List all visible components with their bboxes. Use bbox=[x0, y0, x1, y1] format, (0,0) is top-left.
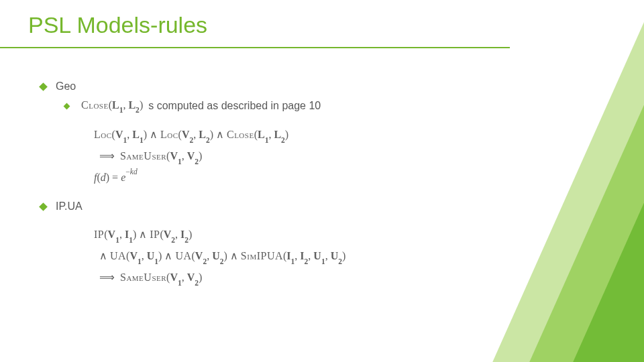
bullet-ipua: IP.UA IP(V1, I1) ∧ IP(V2, I2) ∧ UA(V1, U… bbox=[40, 200, 345, 289]
ipua-rule-formula: IP(V1, I1) ∧ IP(V2, I2) ∧ UA(V1, U1) ∧ U… bbox=[94, 225, 345, 289]
ipua-rule-line1: IP(V1, I1) ∧ IP(V2, I2) bbox=[94, 225, 345, 246]
slide: PSL Models-rules Geo Close(L1, L2) s com… bbox=[0, 0, 644, 362]
geo-fd: f(d) = e−kd bbox=[94, 168, 345, 188]
bullet-icon bbox=[39, 82, 48, 91]
geo-rule-formula: Loc(V1, L1) ∧ Loc(V2, L2) ∧ Close(L1, L2… bbox=[94, 125, 345, 188]
title-underline bbox=[0, 47, 510, 48]
bullet-geo: Geo Close(L1, L2) s computed as describe… bbox=[40, 80, 345, 188]
bullet-icon bbox=[39, 202, 48, 211]
ipua-rule-line2: ∧ UA(V1, U1) ∧ UA(V2, U2) ∧ SimIPUA(I1, … bbox=[94, 246, 345, 267]
slide-title: PSL Models-rules bbox=[28, 12, 207, 38]
bullet-icon bbox=[64, 103, 70, 109]
close-formula: Close(L1, L2) bbox=[81, 99, 143, 113]
bullet-geo-label: Geo bbox=[56, 80, 76, 93]
geo-rule-line2: ⟹ SameUser(V1, V2) bbox=[94, 146, 345, 168]
sub-bullet-close: Close(L1, L2) s computed as described in… bbox=[64, 99, 345, 113]
content-area: Geo Close(L1, L2) s computed as describe… bbox=[40, 80, 345, 301]
ipua-rule-line3: ⟹ SameUser(V1, V2) bbox=[94, 267, 345, 289]
close-note: s computed as described in page 10 bbox=[148, 100, 321, 112]
decorative-wedge bbox=[470, 0, 644, 362]
bullet-ipua-label: IP.UA bbox=[56, 200, 83, 213]
geo-rule-line1: Loc(V1, L1) ∧ Loc(V2, L2) ∧ Close(L1, L2… bbox=[94, 125, 345, 146]
